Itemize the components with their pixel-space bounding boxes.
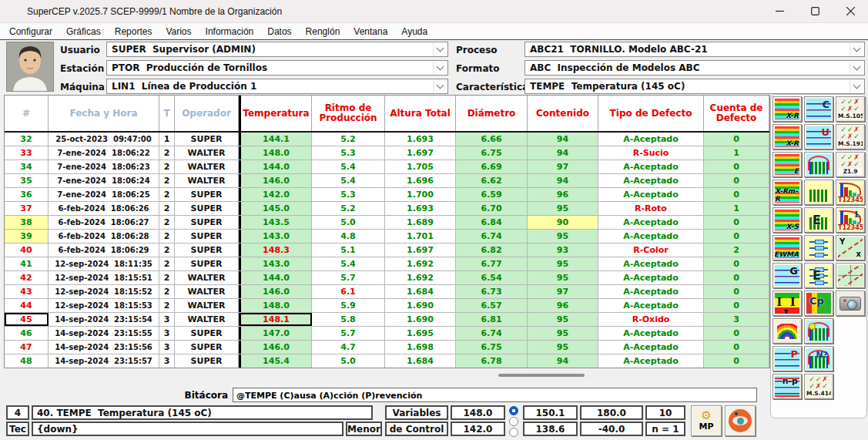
cell-operador[interactable]: SUPER [175,188,239,201]
cell-fecha[interactable]: 12-sep-2024 18:15:53 [49,299,159,312]
cell-contenido[interactable]: 95 [528,327,598,340]
menu-item-graficas[interactable]: Gráficas [59,24,108,39]
cell-temperatura[interactable]: 143.0 [239,230,312,243]
cell-ritmo[interactable]: 5.4 [312,174,385,187]
cell-temperatura[interactable]: 143.0 [239,257,312,270]
cell-cuenta[interactable]: 0 [704,133,769,146]
cell-cuenta[interactable]: 0 [704,354,769,368]
estacion-combobox[interactable]: PTOR Producción de Tornillos [106,60,448,76]
limit-radio-3[interactable] [509,428,518,437]
cell-fecha[interactable]: 14-sep-2024 23:15:55 [49,327,159,340]
xbar-r-multi-chart-button[interactable]: X-R [772,124,802,149]
menu-item-varios[interactable]: Varios [159,24,198,39]
cell-temperatura[interactable]: 146.0 [239,174,312,187]
cell-defecto[interactable]: A-Aceptado [598,230,704,243]
cell-ritmo[interactable]: 5.7 [312,327,385,340]
row-number-cell[interactable]: 36 [5,188,49,201]
cell-ritmo[interactable]: 5.4 [312,257,385,270]
cell-diametro[interactable]: 6.62 [456,174,528,187]
cell-fecha[interactable]: 12-sep-2024 18:15:52 [49,285,159,298]
row-number-cell[interactable]: 44 [5,299,49,312]
pareto-t12345-button[interactable]: T12345 [836,180,865,205]
cell-fecha[interactable]: 14-sep-2024 23:15:56 [49,341,159,354]
cell-operador[interactable]: SUPER [175,202,239,215]
cell-contenido[interactable]: 95 [528,230,598,243]
cell-altura[interactable]: 1.696 [385,174,456,187]
histogram-normality-button[interactable]: N? [804,346,833,371]
cell-ritmo[interactable]: 5.2 [312,202,385,215]
cell-contenido[interactable]: 95 [528,313,598,326]
cell-turno[interactable]: 2 [159,299,175,312]
np-chart-button[interactable]: n-p [772,374,802,399]
cell-turno[interactable]: 2 [159,146,175,160]
cell-altura[interactable]: 1.695 [385,327,456,340]
row-number-cell[interactable]: 40 [5,244,49,257]
cell-temperatura[interactable]: 144.1 [239,133,312,146]
cell-defecto[interactable]: A-Aceptado [598,354,704,368]
cell-diametro[interactable]: 6.54 [456,271,528,284]
cell-altura[interactable]: 1.705 [385,160,456,173]
row-number-cell[interactable]: 42 [5,271,49,284]
row-number-cell[interactable]: 46 [5,327,49,340]
cell-ritmo[interactable]: 4.8 [312,230,385,243]
cell-defecto[interactable]: A-Aceptado [598,257,704,270]
cell-temperatura[interactable]: 145.0 [239,202,312,215]
histograms-multi-button[interactable] [804,180,833,205]
cell-ritmo[interactable]: 5.0 [312,354,385,368]
close-button[interactable] [833,0,868,23]
cell-diametro[interactable]: 6.84 [456,216,528,229]
cell-operador[interactable]: SUPER [175,327,239,340]
cell-operador[interactable]: SUPER [175,244,239,257]
cell-altura[interactable]: 1.698 [385,341,456,354]
cell-temperatura[interactable]: 148.1 [239,313,312,326]
cell-cuenta[interactable]: 1 [704,146,769,160]
cell-ritmo[interactable]: 4.7 [312,341,385,354]
scatter-matrix-button[interactable] [836,263,865,288]
histogram-ball-button[interactable] [804,318,833,344]
c-chart-button[interactable]: C [804,96,833,122]
cell-operador[interactable]: WALTER [175,299,239,312]
g-chart-button[interactable]: G [772,263,802,288]
cell-turno[interactable]: 2 [159,244,175,257]
cell-fecha[interactable]: 7-ene-2024 18:06:24 [49,174,159,187]
row-number-cell[interactable]: 34 [5,160,49,173]
cell-operador[interactable]: WALTER [175,285,239,298]
row-number-cell[interactable]: 45 [5,313,49,326]
cell-diametro[interactable]: 6.59 [456,188,528,201]
ewma-chart-button[interactable]: EWMA [772,235,802,260]
macro-field[interactable]: {down} [32,422,344,436]
cell-cuenta[interactable]: 0 [704,160,769,173]
cell-ritmo[interactable]: 5.9 [312,299,385,312]
proceso-combobox[interactable]: ABC21 TORNILLO. Modelo ABC-21 [524,42,865,57]
horizontal-scrollbar[interactable] [4,369,770,381]
cell-contenido[interactable]: 97 [528,285,598,298]
cell-defecto[interactable]: A-Aceptado [598,174,704,187]
cell-fecha[interactable]: 6-feb-2024 18:06:28 [49,230,159,243]
cell-altura[interactable]: 1.690 [385,299,456,312]
cell-cuenta[interactable]: 0 [704,341,769,354]
cell-operador[interactable]: WALTER [175,313,239,326]
ms1916-sampling-button[interactable]: ✓✓✗✓✗✓M.S.1916 [836,124,865,149]
cell-operador[interactable]: SUPER [175,230,239,243]
cell-defecto[interactable]: A-Aceptado [598,188,704,201]
cell-operador[interactable]: SUPER [175,341,239,354]
row-number-cell[interactable]: 47 [5,341,49,354]
cell-ritmo[interactable]: 5.8 [312,313,385,326]
cell-diametro[interactable]: 6.73 [456,285,528,298]
cell-defecto[interactable]: R-Oxido [598,313,704,326]
cell-fecha[interactable]: 6-feb-2024 18:06:26 [49,202,159,215]
cell-cuenta[interactable]: 0 [704,216,769,229]
cell-altura[interactable]: 1.689 [385,216,456,229]
xbar-r-chart-button[interactable]: X-R [772,96,802,122]
cell-altura[interactable]: 1.697 [385,146,456,160]
cell-fecha[interactable]: 6-feb-2024 18:06:27 [49,216,159,229]
cell-fecha[interactable]: 12-sep-2024 18:15:51 [49,271,159,284]
cell-fecha[interactable]: 7-ene-2024 18:06:23 [49,160,159,173]
cell-fecha[interactable]: 7-ene-2024 18:06:22 [49,146,159,160]
cell-fecha[interactable]: 14-sep-2024 23:15:57 [49,354,159,368]
cell-ritmo[interactable]: 5.7 [312,271,385,284]
cell-diametro[interactable]: 6.70 [456,202,528,215]
cell-cuenta[interactable]: 0 [704,230,769,243]
cell-contenido[interactable]: 94 [528,133,598,146]
cell-ritmo[interactable]: 5.3 [312,188,385,201]
